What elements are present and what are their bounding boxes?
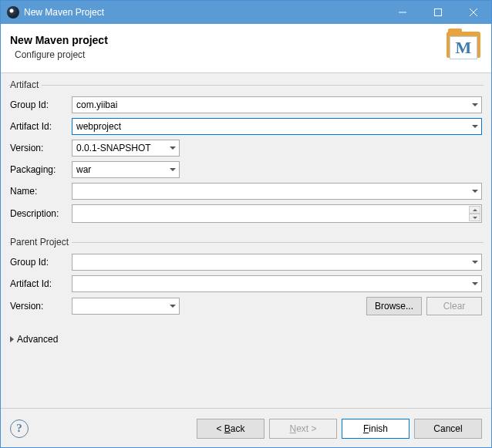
name-input[interactable]: [72, 183, 482, 200]
titlebar: New Maven Project: [1, 1, 491, 24]
parent-group-id-label: Group Id:: [10, 257, 67, 268]
chevron-down-icon: [473, 217, 477, 219]
advanced-toggle[interactable]: Advanced: [8, 329, 484, 349]
description-label: Description:: [10, 208, 67, 219]
chevron-down-icon: [472, 103, 478, 106]
close-button[interactable]: [456, 1, 491, 24]
app-icon: [7, 6, 19, 19]
window-title: New Maven Project: [24, 7, 385, 18]
artifact-group: Artifact Group Id: com.yiibai Artifact I…: [8, 79, 484, 231]
chevron-down-icon: [170, 305, 176, 308]
parent-project-group: Parent Project Group Id: Artifact Id: Ve…: [8, 237, 484, 323]
chevron-down-icon: [472, 282, 478, 285]
close-icon: [470, 8, 477, 16]
next-button[interactable]: Next >: [269, 419, 337, 439]
help-button[interactable]: ?: [10, 419, 29, 438]
finish-button[interactable]: Finish: [342, 419, 409, 439]
parent-group-id-input[interactable]: [72, 254, 482, 271]
name-label: Name:: [10, 186, 67, 197]
chevron-down-icon: [472, 190, 478, 193]
maximize-icon: [434, 8, 442, 16]
chevron-up-icon: [473, 209, 477, 211]
dialog-footer: ? < Back Next > Finish Cancel: [1, 408, 491, 448]
caret-right-icon: [10, 336, 14, 342]
parent-version-label: Version:: [10, 301, 67, 312]
chevron-down-icon: [472, 261, 478, 264]
browse-button[interactable]: Browse...: [366, 297, 422, 315]
parent-artifact-id-input[interactable]: [72, 275, 482, 292]
chevron-down-icon: [170, 147, 176, 150]
packaging-input[interactable]: war: [72, 161, 180, 178]
artifact-legend: Artifact: [10, 79, 42, 90]
parent-version-input[interactable]: [72, 298, 180, 315]
maven-wizard-icon: M: [445, 32, 482, 62]
back-button[interactable]: < Back: [197, 419, 265, 439]
maximize-button[interactable]: [420, 1, 456, 24]
advanced-label: Advanced: [17, 334, 58, 345]
chevron-down-icon: [170, 168, 176, 171]
clear-button[interactable]: Clear: [426, 297, 482, 315]
parent-legend: Parent Project: [10, 237, 72, 248]
description-spinner[interactable]: [469, 206, 480, 221]
minimize-button[interactable]: [385, 1, 420, 24]
artifact-id-label: Artifact Id:: [10, 121, 67, 132]
minimize-icon: [399, 8, 406, 16]
description-input[interactable]: [72, 204, 482, 223]
artifact-id-input[interactable]: webproject: [72, 118, 482, 135]
dialog-header: New Maven project Configure project M: [1, 24, 491, 73]
version-input[interactable]: 0.0.1-SNAPSHOT: [72, 140, 180, 157]
page-subtitle: Configure project: [15, 49, 445, 60]
svg-rect-1: [435, 9, 442, 16]
version-label: Version:: [10, 143, 67, 153]
packaging-label: Packaging:: [10, 164, 67, 175]
group-id-input[interactable]: com.yiibai: [72, 96, 482, 113]
page-title: New Maven project: [10, 34, 445, 46]
chevron-down-icon: [472, 125, 478, 128]
cancel-button[interactable]: Cancel: [414, 419, 482, 439]
group-id-label: Group Id:: [10, 99, 67, 110]
dialog-content: Artifact Group Id: com.yiibai Artifact I…: [1, 73, 491, 408]
parent-artifact-id-label: Artifact Id:: [10, 278, 67, 289]
